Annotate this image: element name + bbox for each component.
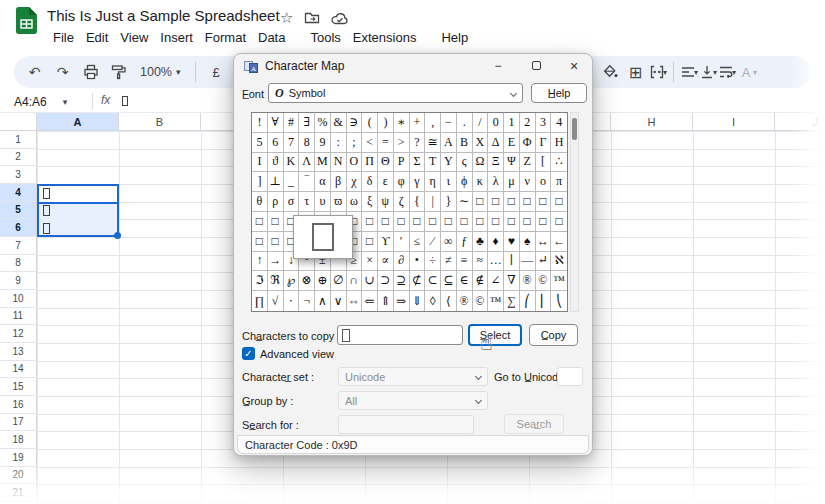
charmap-cell[interactable]: ® [520,271,536,291]
charmap-cell[interactable]: ⎝ [551,291,567,311]
charmap-cell[interactable]: ♠ [520,232,536,252]
charmap-cell[interactable]: □ [520,192,536,212]
charmap-cell[interactable]: ↵ [536,252,552,272]
charmap-cell[interactable]: 3 [536,113,552,133]
charmap-cell[interactable]: Π [362,153,378,173]
characters-to-copy-field[interactable] [337,325,463,345]
charmap-cell[interactable]: ♦ [488,232,504,252]
charmap-cell[interactable]: ≤ [410,232,426,252]
charmap-cell[interactable]: ≈ [473,252,489,272]
character-set-select[interactable]: Unicode [338,367,488,386]
charmap-cell[interactable]: ↑ [252,252,268,272]
menu-view[interactable]: View [114,29,154,46]
search-for-field[interactable] [338,415,474,434]
menu-insert[interactable]: Insert [154,29,199,46]
charmap-cell[interactable]: ν [520,172,536,192]
charmap-cell[interactable]: ∏ [252,291,268,311]
charmap-cell[interactable]: 6 [268,133,284,153]
charmap-cell[interactable]: Η [551,133,567,153]
charmap-cell[interactable]: ∂ [394,252,410,272]
charmap-cell[interactable]: ⊇ [394,271,410,291]
charmap-cell[interactable]: Μ [315,153,331,173]
charmap-cell[interactable]: Ι [252,153,268,173]
menu-help[interactable]: Help [435,29,474,46]
move-folder-icon[interactable] [304,10,320,26]
menu-tools[interactable]: Tools [304,29,346,46]
charmap-cell[interactable]: τ [299,192,315,212]
charmap-cell[interactable]: □ [488,192,504,212]
charmap-cell[interactable]: / [473,113,489,133]
charmap-cell[interactable]: ‾ [299,172,315,192]
charmap-cell[interactable]: □ [252,212,268,232]
charmap-cell[interactable]: Α [441,133,457,153]
charmap-cell[interactable]: □ [536,212,552,232]
row-header-21[interactable]: 21 [0,484,37,502]
charmap-cell[interactable]: ω [347,192,363,212]
charmap-cell[interactable]: √ [268,291,284,311]
column-header-i[interactable]: I [693,113,775,131]
merge-cells-button[interactable]: ▾ [649,64,667,80]
name-box[interactable]: A4:A6 ▾ [14,92,90,111]
charmap-cell[interactable]: ξ [362,192,378,212]
row-header-1[interactable]: 1 [0,131,37,149]
redo-button[interactable]: ↷ [50,60,75,84]
charmap-cell[interactable]: ] [252,172,268,192]
font-select[interactable]: O Symbol [268,83,523,103]
charmap-cell[interactable]: ℜ [268,271,284,291]
charmap-cell[interactable]: □ [362,232,378,252]
charmap-cell[interactable]: □ [473,212,489,232]
charmap-cell[interactable]: ∉ [473,271,489,291]
charmap-cell[interactable]: 0 [488,113,504,133]
select-button[interactable]: S̲elect [468,324,522,346]
search-button[interactable]: Sear̲ch [504,414,564,434]
charmap-cell[interactable]: ℵ [551,252,567,272]
menu-file[interactable]: File [47,29,80,46]
charmap-cell[interactable]: Δ [488,133,504,153]
charmap-cell[interactable]: — [520,252,536,272]
charmap-cell[interactable]: Τ [425,153,441,173]
charmap-cell[interactable]: χ [347,172,363,192]
charmap-cell[interactable]: % [315,113,331,133]
charmap-cell[interactable]: □ [268,232,284,252]
charmap-cell[interactable]: ς [457,153,473,173]
charmap-cell[interactable]: ¬ [299,291,315,311]
charmap-cell[interactable]: 9 [315,133,331,153]
charmap-cell[interactable]: ⎛ [520,291,536,311]
star-icon[interactable]: ☆ [280,9,293,27]
charmap-cell[interactable]: ⊆ [441,271,457,291]
horizontal-align-button[interactable]: ▾ [680,64,698,80]
charmap-cell[interactable]: η [425,172,441,192]
charmap-cell[interactable]: π [551,172,567,192]
undo-button[interactable]: ↶ [22,60,47,84]
charmap-cell[interactable]: ∃ [299,113,315,133]
close-button[interactable]: × [559,54,589,77]
group-by-select[interactable]: All [338,391,488,410]
charmap-cell[interactable]: ϕ [457,172,473,192]
row-header-14[interactable]: 14 [0,361,37,379]
row-header-15[interactable]: 15 [0,378,37,396]
menu-data[interactable]: Data [252,29,291,46]
charmap-cell[interactable]: © [473,291,489,311]
charmap-cell[interactable]: ↔ [536,232,552,252]
charmap-cell[interactable]: υ [315,192,331,212]
column-header-b[interactable]: B [119,113,201,131]
charmap-cell[interactable]: ⊄ [410,271,426,291]
charmap-cell[interactable]: ⊂ [425,271,441,291]
charmap-cell[interactable]: □ [551,212,567,232]
charmap-cell[interactable]: ∑ [504,291,520,311]
charmap-cell[interactable]: < [362,133,378,153]
charmap-cell[interactable]: ϑ [268,153,284,173]
charmap-cell[interactable]: ⇔ [347,291,363,311]
charmap-cell[interactable]: γ [410,172,426,192]
charmap-cell[interactable]: ⇓ [410,291,426,311]
charmap-cell[interactable]: ⁄ [425,232,441,252]
charmap-cell[interactable]: φ [394,172,410,192]
charmap-cell[interactable]: Θ [378,153,394,173]
charmap-cell[interactable]: & [331,113,347,133]
charmap-cell[interactable]: ⟨ [441,291,457,311]
charmap-cell[interactable]: ∣ [504,252,520,272]
charmap-cell[interactable]: # [284,113,300,133]
text-rotation-button[interactable]: A ▾ [737,60,757,84]
charmap-cell[interactable]: ∋ [347,113,363,133]
charmap-cell[interactable]: { [410,192,426,212]
